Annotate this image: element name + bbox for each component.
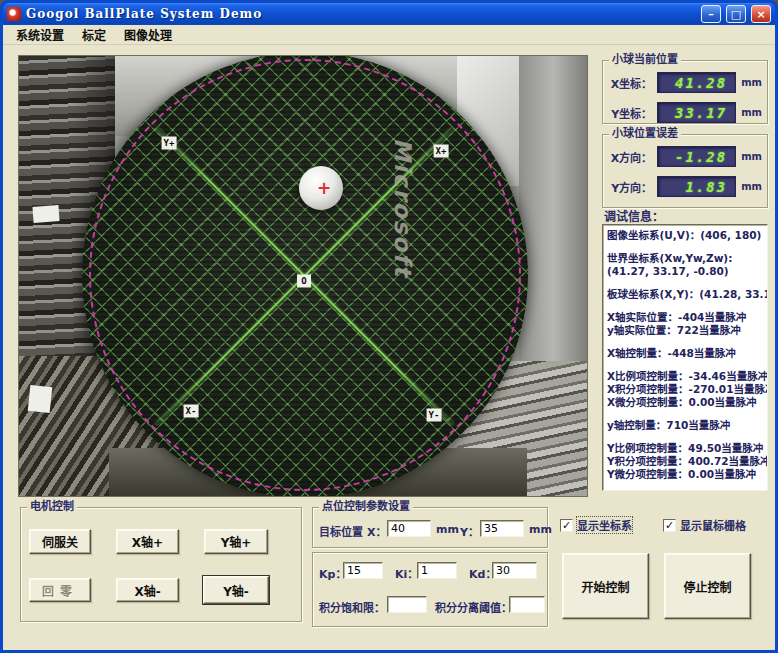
show-grid-label: 显示鼠标栅格 xyxy=(680,517,746,533)
debug-line: X轴控制量：-448当量脉冲 xyxy=(607,347,763,360)
target-x-label: X： xyxy=(367,523,386,539)
checkbox-check-icon[interactable]: ✓ xyxy=(663,519,676,532)
tracked-ball: + xyxy=(299,166,343,210)
unit-label: mm xyxy=(741,77,762,88)
app-icon xyxy=(7,7,21,21)
window-title: Googol BallPlate System Demo xyxy=(26,7,696,21)
show-axes-checkbox[interactable]: ✓ 显示坐标系 xyxy=(560,517,632,533)
book-spine-label xyxy=(32,205,59,223)
debug-line: 世界坐标系(Xw,Yw,Zw): xyxy=(607,252,763,265)
stop-control-button[interactable]: 停止控制 xyxy=(664,553,751,619)
debug-line: y轴实际位置：722当量脉冲 xyxy=(607,324,763,337)
y-coordinate-label: Y坐标： xyxy=(608,105,652,121)
target-y-input[interactable] xyxy=(480,520,524,537)
start-control-button[interactable]: 开始控制 xyxy=(562,553,649,619)
home-button[interactable]: 回零 xyxy=(29,578,91,602)
menu-item-system-settings[interactable]: 系统设置 xyxy=(7,24,73,45)
target-y-unit: mm xyxy=(529,523,552,536)
unit-label: mm xyxy=(741,181,762,192)
unit-label: mm xyxy=(741,107,762,118)
debug-line: X微分项控制量：0.00当量脉冲 xyxy=(607,396,763,409)
lcd-display-y-error: 1.83 xyxy=(657,176,736,197)
x-coordinate-label: X坐标： xyxy=(608,75,652,91)
target-x-input[interactable] xyxy=(387,520,431,537)
marker-y-plus: Y+ xyxy=(162,137,177,150)
debug-line: (41.27, 33.17, -0.80) xyxy=(607,265,763,278)
window-titlebar[interactable]: Googol BallPlate System Demo – □ × xyxy=(3,3,775,25)
integral-separation-input[interactable] xyxy=(509,596,545,613)
group-title: 小球位置误差 xyxy=(609,127,681,141)
menu-item-image-processing[interactable]: 图像处理 xyxy=(115,24,181,45)
group-title: 小球当前位置 xyxy=(609,53,681,67)
integral-limit-input[interactable] xyxy=(387,596,427,613)
app-window: Googol BallPlate System Demo – □ × 系统设置 … xyxy=(0,0,778,653)
debug-line: X比例项控制量：-34.46当量脉冲 xyxy=(607,370,763,383)
debug-info-box: 图像坐标系(U,V)：(406, 180) 世界坐标系(Xw,Yw,Zw): (… xyxy=(602,224,768,491)
y-error-row: Y方向： 1.83 mm xyxy=(608,176,762,197)
y-axis-minus-button[interactable]: Y轴- xyxy=(203,576,269,604)
kd-input[interactable] xyxy=(492,562,537,579)
target-position-label: 目标位置 xyxy=(319,523,363,539)
lcd-display-x: 41.28 xyxy=(657,72,736,93)
ball-cross-icon: + xyxy=(317,180,331,197)
debug-line: Y比例项控制量：49.50当量脉冲 xyxy=(607,442,763,455)
debug-line: Y积分项控制量：400.72当量脉冲 xyxy=(607,455,763,468)
motor-control-group: 电机控制 伺服关 X轴+ Y轴+ 回零 X轴- Y轴- xyxy=(20,507,302,622)
marker-x-minus: X- xyxy=(184,405,199,418)
kp-input[interactable] xyxy=(343,562,383,579)
microsoft-watermark: Microsoft xyxy=(390,138,416,278)
marker-x-plus: X+ xyxy=(434,145,449,158)
y-axis-plus-button[interactable]: Y轴+ xyxy=(204,529,268,554)
point-control-params-group: 点位控制参数设置 目标位置 X： mm Y： mm xyxy=(312,507,548,548)
debug-line: 板球坐标系(X,Y)：(41.28, 33.17) xyxy=(607,288,763,301)
debug-line: X轴实际位置：-404当量脉冲 xyxy=(607,311,763,324)
camera-view: Microsoft Y+ X+ X- Y- O + xyxy=(18,55,588,497)
menu-item-calibration[interactable]: 标定 xyxy=(73,24,115,45)
maximize-button[interactable]: □ xyxy=(726,5,746,23)
marker-y-minus: Y- xyxy=(427,409,442,422)
checkbox-check-icon[interactable]: ✓ xyxy=(560,519,573,532)
x-error-row: X方向： -1.28 mm xyxy=(608,146,762,167)
show-grid-checkbox[interactable]: ✓ 显示鼠标栅格 xyxy=(663,517,746,533)
x-error-label: X方向： xyxy=(608,149,652,165)
group-title: 点位控制参数设置 xyxy=(319,500,413,514)
x-coordinate-row: X坐标： 41.28 mm xyxy=(608,72,762,93)
lcd-display-y: 33.17 xyxy=(657,102,736,123)
debug-info-title: 调试信息： xyxy=(604,207,664,224)
debug-line: y轴控制量：710当量脉冲 xyxy=(607,419,763,432)
marker-origin: O xyxy=(297,275,311,288)
target-x-unit: mm xyxy=(436,523,459,536)
show-axes-label: 显示坐标系 xyxy=(577,517,632,533)
x-axis-minus-button[interactable]: X轴- xyxy=(116,578,179,602)
x-axis-plus-button[interactable]: X轴+ xyxy=(116,529,179,554)
y-error-label: Y方向： xyxy=(608,179,652,195)
ki-input[interactable] xyxy=(417,562,457,579)
ki-label: Ki： xyxy=(395,565,418,581)
ball-error-group: 小球位置误差 X方向： -1.28 mm Y方向： 1.83 mm xyxy=(602,134,768,208)
debug-line: Y微分项控制量：0.00当量脉冲 xyxy=(607,468,763,481)
unit-label: mm xyxy=(741,151,762,162)
servo-toggle-button[interactable]: 伺服关 xyxy=(29,529,91,554)
debug-line: X积分项控制量：-270.01当量脉冲 xyxy=(607,383,763,396)
y-coordinate-row: Y坐标： 33.17 mm xyxy=(608,102,762,123)
book-spine-label xyxy=(28,385,53,413)
lcd-display-x-error: -1.28 xyxy=(657,146,736,167)
integral-limit-label: 积分饱和限： xyxy=(319,599,385,615)
pid-parameters-group: Kp： Ki： Kd： 积分饱和限： 积分分离阈值： xyxy=(312,552,548,627)
close-button[interactable]: × xyxy=(751,5,771,23)
target-y-label: Y： xyxy=(460,523,479,539)
group-title: 电机控制 xyxy=(27,500,77,514)
ball-plate: Microsoft Y+ X+ X- Y- O + xyxy=(82,55,528,497)
menubar: 系统设置 标定 图像处理 xyxy=(3,25,775,45)
integral-separation-label: 积分分离阈值： xyxy=(435,599,512,615)
debug-line: 图像坐标系(U,V)：(406, 180) xyxy=(607,229,763,242)
ball-position-group: 小球当前位置 X坐标： 41.28 mm Y坐标： 33.17 mm xyxy=(602,60,768,124)
minimize-button[interactable]: – xyxy=(701,5,721,23)
